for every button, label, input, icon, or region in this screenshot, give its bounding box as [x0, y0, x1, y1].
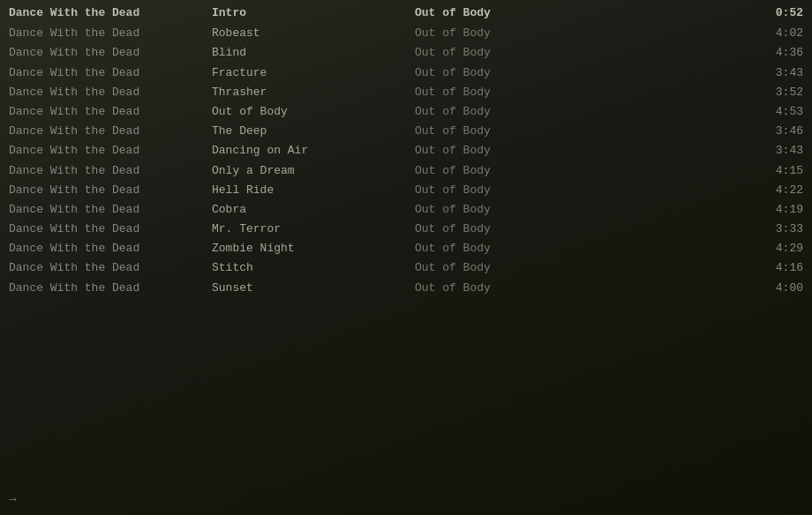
table-row[interactable]: Dance With the DeadBlindOut of Body4:36 — [0, 43, 812, 63]
track-album: Out of Body — [415, 260, 618, 276]
track-title: Thrasher — [212, 85, 415, 101]
table-row[interactable]: Dance With the DeadThe DeepOut of Body3:… — [0, 122, 812, 141]
track-artist: Dance With the Dead — [9, 85, 212, 101]
track-title: Dancing on Air — [212, 143, 415, 159]
table-row[interactable]: Dance With the DeadHell RideOut of Body4… — [0, 181, 812, 200]
track-title: Mr. Terror — [212, 221, 415, 237]
track-artist: Dance With the Dead — [9, 280, 212, 296]
track-title: Out of Body — [212, 104, 415, 120]
track-duration: 4:53 — [759, 104, 803, 120]
track-album: Out of Body — [415, 183, 618, 198]
table-row[interactable]: Dance With the DeadMr. TerrorOut of Body… — [0, 220, 812, 239]
header-artist: Dance With the Dead — [9, 5, 212, 21]
track-duration: 4:02 — [759, 26, 803, 41]
track-album: Out of Body — [415, 221, 618, 237]
track-title: Robeast — [212, 26, 415, 41]
header-duration: 0:52 — [759, 5, 803, 21]
table-row[interactable]: Dance With the DeadOnly a DreamOut of Bo… — [0, 161, 812, 181]
table-row[interactable]: Dance With the DeadCobraOut of Body4:19 — [0, 200, 812, 220]
table-row[interactable]: Dance With the DeadStitchOut of Body4:16 — [0, 258, 812, 278]
track-list-header: Dance With the Dead Intro Out of Body 0:… — [0, 4, 812, 24]
table-row[interactable]: Dance With the DeadRobeastOut of Body4:0… — [0, 24, 812, 43]
track-duration: 3:33 — [759, 221, 803, 237]
track-duration: 3:46 — [759, 123, 803, 139]
table-row[interactable]: Dance With the DeadZombie NightOut of Bo… — [0, 239, 812, 258]
track-artist: Dance With the Dead — [9, 45, 212, 61]
table-row[interactable]: Dance With the DeadThrasherOut of Body3:… — [0, 83, 812, 102]
track-album: Out of Body — [415, 163, 618, 179]
track-album: Out of Body — [415, 65, 618, 81]
header-album: Out of Body — [415, 5, 618, 21]
track-duration: 3:52 — [759, 85, 803, 101]
track-title: The Deep — [212, 123, 415, 139]
track-title: Hell Ride — [212, 183, 415, 198]
track-artist: Dance With the Dead — [9, 123, 212, 139]
track-album: Out of Body — [415, 241, 618, 257]
track-album: Out of Body — [415, 280, 618, 296]
track-album: Out of Body — [415, 104, 618, 120]
track-album: Out of Body — [415, 45, 618, 61]
track-title: Cobra — [212, 202, 415, 218]
track-duration: 4:29 — [759, 241, 803, 257]
header-title: Intro — [212, 5, 415, 21]
track-title: Blind — [212, 45, 415, 61]
track-artist: Dance With the Dead — [9, 26, 212, 41]
track-artist: Dance With the Dead — [9, 143, 212, 159]
track-list: Dance With the Dead Intro Out of Body 0:… — [0, 0, 812, 302]
track-title: Only a Dream — [212, 163, 415, 179]
track-title: Stitch — [212, 260, 415, 276]
track-duration: 4:22 — [759, 183, 803, 198]
track-album: Out of Body — [415, 26, 618, 41]
track-duration: 4:00 — [759, 280, 803, 296]
table-row[interactable]: Dance With the DeadDancing on AirOut of … — [0, 141, 812, 160]
track-artist: Dance With the Dead — [9, 221, 212, 237]
table-row[interactable]: Dance With the DeadFractureOut of Body3:… — [0, 63, 812, 83]
track-album: Out of Body — [415, 143, 618, 159]
track-title: Sunset — [212, 280, 415, 296]
track-album: Out of Body — [415, 123, 618, 139]
track-artist: Dance With the Dead — [9, 241, 212, 257]
track-title: Fracture — [212, 65, 415, 81]
track-duration: 4:16 — [759, 260, 803, 276]
bottom-arrow: → — [9, 492, 16, 506]
track-duration: 4:15 — [759, 163, 803, 179]
track-album: Out of Body — [415, 202, 618, 218]
track-duration: 4:36 — [759, 45, 803, 61]
track-artist: Dance With the Dead — [9, 202, 212, 218]
track-album: Out of Body — [415, 85, 618, 101]
track-duration: 3:43 — [759, 143, 803, 159]
table-row[interactable]: Dance With the DeadSunsetOut of Body4:00 — [0, 279, 812, 298]
track-duration: 3:43 — [759, 65, 803, 81]
track-artist: Dance With the Dead — [9, 163, 212, 179]
track-artist: Dance With the Dead — [9, 260, 212, 276]
table-row[interactable]: Dance With the DeadOut of BodyOut of Bod… — [0, 102, 812, 122]
track-artist: Dance With the Dead — [9, 65, 212, 81]
track-duration: 4:19 — [759, 202, 803, 218]
track-artist: Dance With the Dead — [9, 183, 212, 198]
track-artist: Dance With the Dead — [9, 104, 212, 120]
track-title: Zombie Night — [212, 241, 415, 257]
